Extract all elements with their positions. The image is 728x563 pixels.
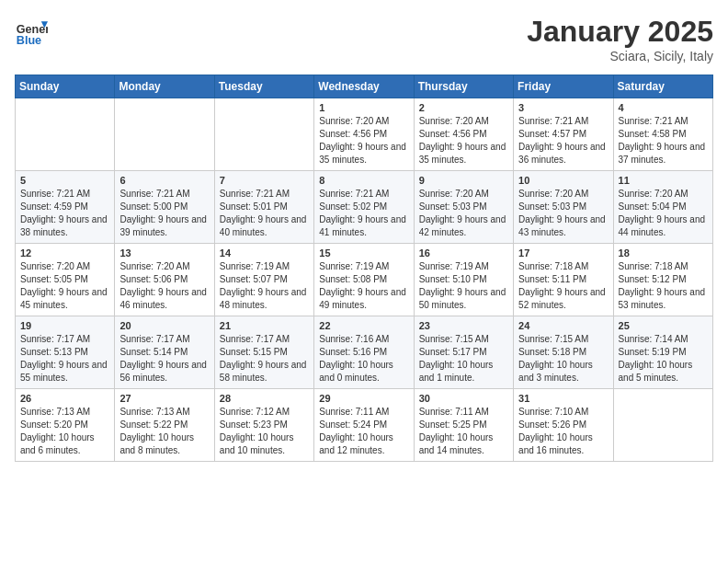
day-number: 19: [20, 320, 109, 331]
svg-text:Blue: Blue: [17, 34, 41, 47]
col-sunday: Sunday: [16, 75, 115, 98]
day-number: 29: [319, 393, 408, 404]
table-row: 14Sunrise: 7:19 AM Sunset: 5:07 PM Dayli…: [214, 244, 313, 316]
day-info: Sunrise: 7:20 AM Sunset: 4:56 PM Dayligh…: [319, 115, 408, 167]
day-info: Sunrise: 7:21 AM Sunset: 5:02 PM Dayligh…: [319, 188, 408, 239]
table-row: 19Sunrise: 7:17 AM Sunset: 5:13 PM Dayli…: [16, 316, 115, 389]
table-row: 29Sunrise: 7:11 AM Sunset: 5:24 PM Dayli…: [314, 389, 414, 462]
day-number: 8: [319, 175, 408, 186]
day-number: 23: [419, 320, 508, 331]
day-number: 25: [619, 320, 708, 331]
table-row: 5Sunrise: 7:21 AM Sunset: 4:59 PM Daylig…: [16, 171, 115, 244]
table-row: 23Sunrise: 7:15 AM Sunset: 5:17 PM Dayli…: [414, 316, 513, 389]
table-row: 18Sunrise: 7:18 AM Sunset: 5:12 PM Dayli…: [613, 244, 712, 316]
day-info: Sunrise: 7:19 AM Sunset: 5:08 PM Dayligh…: [319, 260, 408, 312]
day-info: Sunrise: 7:21 AM Sunset: 5:01 PM Dayligh…: [220, 188, 309, 239]
day-info: Sunrise: 7:11 AM Sunset: 5:24 PM Dayligh…: [319, 406, 408, 457]
day-number: 30: [419, 393, 508, 404]
table-row: 8Sunrise: 7:21 AM Sunset: 5:02 PM Daylig…: [314, 171, 414, 244]
day-number: 9: [419, 175, 508, 186]
table-row: 15Sunrise: 7:19 AM Sunset: 5:08 PM Dayli…: [314, 244, 414, 316]
day-info: Sunrise: 7:19 AM Sunset: 5:10 PM Dayligh…: [419, 260, 508, 312]
calendar-week-row: 12Sunrise: 7:20 AM Sunset: 5:05 PM Dayli…: [16, 244, 713, 316]
day-info: Sunrise: 7:13 AM Sunset: 5:20 PM Dayligh…: [20, 406, 109, 457]
day-info: Sunrise: 7:19 AM Sunset: 5:07 PM Dayligh…: [220, 260, 309, 312]
calendar-header-row: Sunday Monday Tuesday Wednesday Thursday…: [16, 75, 713, 98]
day-number: 31: [518, 393, 608, 404]
calendar-table: Sunday Monday Tuesday Wednesday Thursday…: [15, 75, 713, 462]
table-row: 28Sunrise: 7:12 AM Sunset: 5:23 PM Dayli…: [214, 389, 313, 462]
title-block: January 2025 Sciara, Sicily, Italy: [527, 15, 713, 63]
calendar-week-row: 1Sunrise: 7:20 AM Sunset: 4:56 PM Daylig…: [16, 98, 713, 171]
day-info: Sunrise: 7:15 AM Sunset: 5:18 PM Dayligh…: [518, 333, 608, 385]
logo-icon: General Blue: [15, 15, 48, 48]
day-number: 2: [419, 102, 508, 113]
col-friday: Friday: [514, 75, 613, 98]
table-row: 9Sunrise: 7:20 AM Sunset: 5:03 PM Daylig…: [414, 171, 513, 244]
day-info: Sunrise: 7:21 AM Sunset: 4:57 PM Dayligh…: [518, 115, 608, 167]
table-row: 17Sunrise: 7:18 AM Sunset: 5:11 PM Dayli…: [514, 244, 613, 316]
day-info: Sunrise: 7:17 AM Sunset: 5:13 PM Dayligh…: [20, 333, 109, 385]
day-number: 4: [619, 102, 708, 113]
day-info: Sunrise: 7:20 AM Sunset: 4:56 PM Dayligh…: [419, 115, 508, 167]
day-info: Sunrise: 7:20 AM Sunset: 5:03 PM Dayligh…: [518, 188, 608, 239]
day-number: 20: [119, 320, 209, 331]
table-row: 2Sunrise: 7:20 AM Sunset: 4:56 PM Daylig…: [414, 98, 513, 171]
col-wednesday: Wednesday: [314, 75, 414, 98]
day-number: 27: [119, 393, 209, 404]
table-row: 24Sunrise: 7:15 AM Sunset: 5:18 PM Dayli…: [514, 316, 613, 389]
table-row: 6Sunrise: 7:21 AM Sunset: 5:00 PM Daylig…: [115, 171, 214, 244]
day-number: 22: [319, 320, 408, 331]
table-row: 31Sunrise: 7:10 AM Sunset: 5:26 PM Dayli…: [514, 389, 613, 462]
table-row: 21Sunrise: 7:17 AM Sunset: 5:15 PM Dayli…: [214, 316, 313, 389]
table-row: 13Sunrise: 7:20 AM Sunset: 5:06 PM Dayli…: [115, 244, 214, 316]
day-number: 17: [518, 247, 608, 259]
day-info: Sunrise: 7:13 AM Sunset: 5:22 PM Dayligh…: [119, 406, 209, 457]
day-info: Sunrise: 7:20 AM Sunset: 5:05 PM Dayligh…: [20, 260, 109, 312]
col-monday: Monday: [115, 75, 214, 98]
location: Sciara, Sicily, Italy: [527, 49, 713, 63]
day-info: Sunrise: 7:21 AM Sunset: 4:58 PM Dayligh…: [619, 115, 708, 167]
day-info: Sunrise: 7:11 AM Sunset: 5:25 PM Dayligh…: [419, 406, 508, 457]
col-tuesday: Tuesday: [214, 75, 313, 98]
day-info: Sunrise: 7:12 AM Sunset: 5:23 PM Dayligh…: [220, 406, 309, 457]
table-row: [115, 98, 214, 171]
day-number: 10: [518, 175, 608, 186]
day-info: Sunrise: 7:16 AM Sunset: 5:16 PM Dayligh…: [319, 333, 408, 385]
logo: General Blue: [15, 15, 51, 48]
table-row: 26Sunrise: 7:13 AM Sunset: 5:20 PM Dayli…: [16, 389, 115, 462]
day-number: 24: [518, 320, 608, 331]
table-row: 30Sunrise: 7:11 AM Sunset: 5:25 PM Dayli…: [414, 389, 513, 462]
day-info: Sunrise: 7:15 AM Sunset: 5:17 PM Dayligh…: [419, 333, 508, 385]
month-title: January 2025: [527, 15, 713, 49]
day-number: 12: [20, 247, 109, 259]
table-row: 12Sunrise: 7:20 AM Sunset: 5:05 PM Dayli…: [16, 244, 115, 316]
day-number: 26: [20, 393, 109, 404]
table-row: 1Sunrise: 7:20 AM Sunset: 4:56 PM Daylig…: [314, 98, 414, 171]
table-row: 3Sunrise: 7:21 AM Sunset: 4:57 PM Daylig…: [514, 98, 613, 171]
page-header: General Blue January 2025 Sciara, Sicily…: [15, 15, 713, 63]
table-row: [613, 389, 712, 462]
day-info: Sunrise: 7:10 AM Sunset: 5:26 PM Dayligh…: [518, 406, 608, 457]
day-number: 13: [119, 247, 209, 259]
day-info: Sunrise: 7:18 AM Sunset: 5:11 PM Dayligh…: [518, 260, 608, 312]
col-thursday: Thursday: [414, 75, 513, 98]
table-row: 11Sunrise: 7:20 AM Sunset: 5:04 PM Dayli…: [613, 171, 712, 244]
table-row: 4Sunrise: 7:21 AM Sunset: 4:58 PM Daylig…: [613, 98, 712, 171]
table-row: 25Sunrise: 7:14 AM Sunset: 5:19 PM Dayli…: [613, 316, 712, 389]
day-number: 18: [619, 247, 708, 259]
calendar-week-row: 26Sunrise: 7:13 AM Sunset: 5:20 PM Dayli…: [16, 389, 713, 462]
day-number: 14: [220, 247, 309, 259]
day-number: 3: [518, 102, 608, 113]
calendar-week-row: 19Sunrise: 7:17 AM Sunset: 5:13 PM Dayli…: [16, 316, 713, 389]
table-row: 27Sunrise: 7:13 AM Sunset: 5:22 PM Dayli…: [115, 389, 214, 462]
table-row: 7Sunrise: 7:21 AM Sunset: 5:01 PM Daylig…: [214, 171, 313, 244]
day-number: 5: [20, 175, 109, 186]
day-info: Sunrise: 7:20 AM Sunset: 5:06 PM Dayligh…: [119, 260, 209, 312]
day-info: Sunrise: 7:17 AM Sunset: 5:14 PM Dayligh…: [119, 333, 209, 385]
day-number: 11: [619, 175, 708, 186]
day-info: Sunrise: 7:17 AM Sunset: 5:15 PM Dayligh…: [220, 333, 309, 385]
day-info: Sunrise: 7:20 AM Sunset: 5:04 PM Dayligh…: [619, 188, 708, 239]
day-number: 1: [319, 102, 408, 113]
calendar-week-row: 5Sunrise: 7:21 AM Sunset: 4:59 PM Daylig…: [16, 171, 713, 244]
